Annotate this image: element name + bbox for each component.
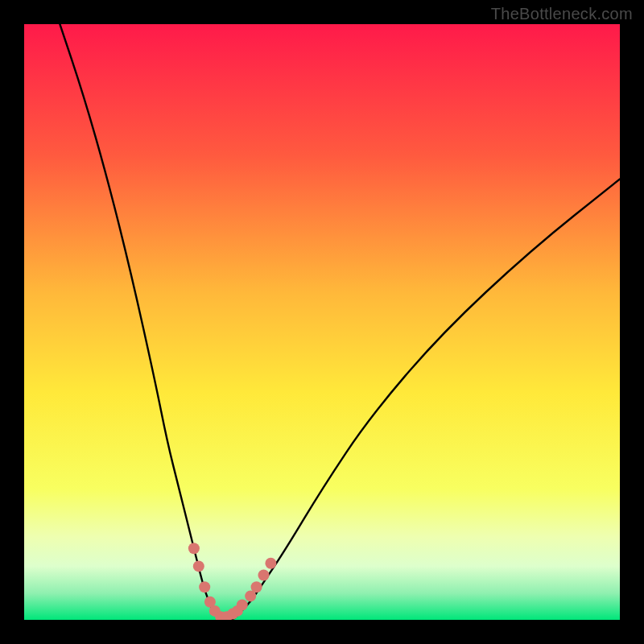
valley-marker-dot xyxy=(251,581,262,592)
chart-frame: TheBottleneck.com xyxy=(0,0,644,644)
watermark-text: TheBottleneck.com xyxy=(491,5,633,23)
valley-marker-dot xyxy=(258,570,270,581)
chart-svg xyxy=(24,24,620,620)
valley-marker-dot xyxy=(193,560,204,572)
valley-marker-dot xyxy=(237,600,248,611)
gradient-bg xyxy=(24,24,620,620)
valley-marker-dot xyxy=(199,581,210,592)
valley-marker-dot xyxy=(265,558,276,569)
plot-area xyxy=(24,24,620,620)
valley-marker-dot xyxy=(188,543,200,554)
